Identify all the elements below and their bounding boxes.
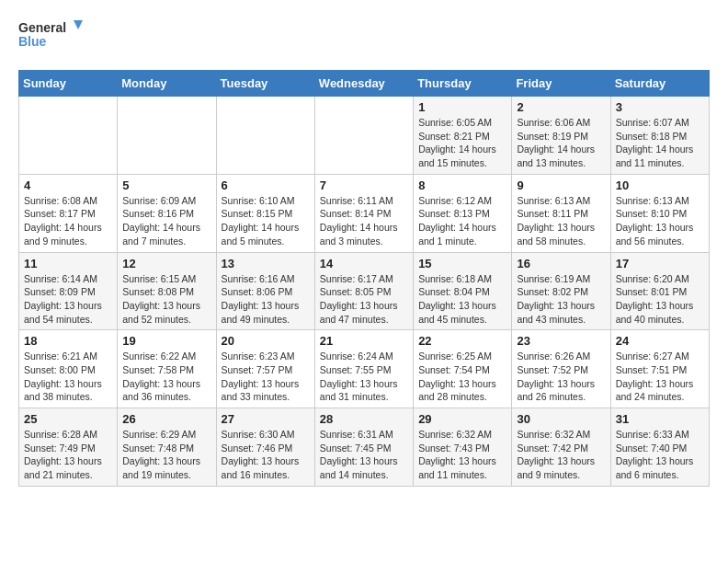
- day-info: Sunrise: 6:16 AM Sunset: 8:06 PM Dayligh…: [222, 272, 310, 327]
- logo: General Blue: [18, 18, 83, 55]
- day-number: 7: [320, 178, 408, 192]
- day-info: Sunrise: 6:31 AM Sunset: 7:45 PM Dayligh…: [320, 428, 408, 482]
- day-info: Sunrise: 6:30 AM Sunset: 7:46 PM Dayligh…: [222, 428, 310, 482]
- day-number: 29: [418, 412, 506, 426]
- day-number: 4: [24, 178, 112, 192]
- day-cell: [19, 97, 118, 175]
- day-cell: 3Sunrise: 6:07 AM Sunset: 8:18 PM Daylig…: [610, 97, 709, 175]
- col-header-thursday: Thursday: [414, 71, 512, 97]
- week-row-1: 1Sunrise: 6:05 AM Sunset: 8:21 PM Daylig…: [19, 97, 710, 175]
- day-cell: 16Sunrise: 6:19 AM Sunset: 8:02 PM Dayli…: [512, 252, 610, 330]
- day-number: 30: [517, 412, 605, 426]
- day-info: Sunrise: 6:25 AM Sunset: 7:54 PM Dayligh…: [418, 350, 506, 404]
- day-number: 14: [320, 257, 408, 270]
- week-row-4: 18Sunrise: 6:21 AM Sunset: 8:00 PM Dayli…: [19, 330, 710, 408]
- day-cell: 4Sunrise: 6:08 AM Sunset: 8:17 PM Daylig…: [19, 174, 118, 252]
- day-cell: [118, 97, 216, 175]
- day-info: Sunrise: 6:27 AM Sunset: 7:51 PM Dayligh…: [616, 350, 704, 404]
- day-info: Sunrise: 6:06 AM Sunset: 8:19 PM Dayligh…: [517, 116, 605, 170]
- day-cell: 28Sunrise: 6:31 AM Sunset: 7:45 PM Dayli…: [314, 408, 413, 487]
- logo-svg: General Blue: [18, 18, 83, 55]
- svg-text:Blue: Blue: [18, 34, 47, 49]
- col-header-friday: Friday: [512, 71, 610, 97]
- day-cell: 23Sunrise: 6:26 AM Sunset: 7:52 PM Dayli…: [512, 330, 610, 408]
- day-cell: 21Sunrise: 6:24 AM Sunset: 7:55 PM Dayli…: [314, 330, 413, 408]
- day-info: Sunrise: 6:26 AM Sunset: 7:52 PM Dayligh…: [517, 350, 605, 404]
- day-number: 18: [24, 334, 112, 348]
- header-row: SundayMondayTuesdayWednesdayThursdayFrid…: [19, 71, 710, 97]
- day-number: 31: [616, 412, 704, 426]
- day-number: 25: [24, 412, 112, 426]
- day-cell: [314, 97, 413, 175]
- day-info: Sunrise: 6:11 AM Sunset: 8:14 PM Dayligh…: [320, 194, 408, 248]
- day-info: Sunrise: 6:22 AM Sunset: 7:58 PM Dayligh…: [122, 350, 210, 404]
- day-number: 11: [24, 257, 112, 270]
- day-info: Sunrise: 6:29 AM Sunset: 7:48 PM Dayligh…: [122, 428, 210, 482]
- day-number: 22: [418, 334, 506, 348]
- day-info: Sunrise: 6:21 AM Sunset: 8:00 PM Dayligh…: [24, 350, 112, 404]
- day-info: Sunrise: 6:32 AM Sunset: 7:42 PM Dayligh…: [517, 428, 605, 482]
- day-info: Sunrise: 6:18 AM Sunset: 8:04 PM Dayligh…: [418, 272, 506, 327]
- day-cell: 24Sunrise: 6:27 AM Sunset: 7:51 PM Dayli…: [610, 330, 709, 408]
- day-number: 1: [418, 100, 506, 114]
- col-header-wednesday: Wednesday: [314, 71, 413, 97]
- day-cell: 22Sunrise: 6:25 AM Sunset: 7:54 PM Dayli…: [414, 330, 512, 408]
- day-cell: 11Sunrise: 6:14 AM Sunset: 8:09 PM Dayli…: [19, 252, 118, 330]
- day-info: Sunrise: 6:33 AM Sunset: 7:40 PM Dayligh…: [616, 428, 704, 482]
- col-header-tuesday: Tuesday: [216, 71, 314, 97]
- day-info: Sunrise: 6:14 AM Sunset: 8:09 PM Dayligh…: [24, 272, 112, 327]
- day-cell: 29Sunrise: 6:32 AM Sunset: 7:43 PM Dayli…: [414, 408, 512, 487]
- day-number: 2: [517, 100, 605, 114]
- day-number: 6: [222, 178, 310, 192]
- day-number: 26: [122, 412, 210, 426]
- day-number: 23: [517, 334, 605, 348]
- day-number: 27: [222, 412, 310, 426]
- calendar-table: SundayMondayTuesdayWednesdayThursdayFrid…: [18, 70, 710, 487]
- day-cell: 17Sunrise: 6:20 AM Sunset: 8:01 PM Dayli…: [610, 252, 709, 330]
- day-info: Sunrise: 6:28 AM Sunset: 7:49 PM Dayligh…: [24, 428, 112, 482]
- day-info: Sunrise: 6:09 AM Sunset: 8:16 PM Dayligh…: [122, 194, 210, 248]
- week-row-2: 4Sunrise: 6:08 AM Sunset: 8:17 PM Daylig…: [19, 174, 710, 252]
- day-number: 5: [122, 178, 210, 192]
- col-header-saturday: Saturday: [610, 71, 709, 97]
- day-cell: 27Sunrise: 6:30 AM Sunset: 7:46 PM Dayli…: [216, 408, 314, 487]
- day-number: 15: [418, 257, 506, 270]
- day-info: Sunrise: 6:15 AM Sunset: 8:08 PM Dayligh…: [122, 272, 210, 327]
- day-number: 28: [320, 412, 408, 426]
- week-row-5: 25Sunrise: 6:28 AM Sunset: 7:49 PM Dayli…: [19, 408, 710, 487]
- day-info: Sunrise: 6:07 AM Sunset: 8:18 PM Dayligh…: [616, 116, 704, 170]
- day-number: 12: [122, 257, 210, 270]
- day-cell: 2Sunrise: 6:06 AM Sunset: 8:19 PM Daylig…: [512, 97, 610, 175]
- day-number: 21: [320, 334, 408, 348]
- day-info: Sunrise: 6:05 AM Sunset: 8:21 PM Dayligh…: [418, 116, 506, 170]
- day-info: Sunrise: 6:12 AM Sunset: 8:13 PM Dayligh…: [418, 194, 506, 248]
- day-info: Sunrise: 6:19 AM Sunset: 8:02 PM Dayligh…: [517, 272, 605, 327]
- day-info: Sunrise: 6:13 AM Sunset: 8:11 PM Dayligh…: [517, 194, 605, 248]
- day-cell: 1Sunrise: 6:05 AM Sunset: 8:21 PM Daylig…: [414, 97, 512, 175]
- day-number: 24: [616, 334, 704, 348]
- day-number: 19: [122, 334, 210, 348]
- day-cell: 26Sunrise: 6:29 AM Sunset: 7:48 PM Dayli…: [118, 408, 216, 487]
- day-cell: 20Sunrise: 6:23 AM Sunset: 7:57 PM Dayli…: [216, 330, 314, 408]
- day-cell: 25Sunrise: 6:28 AM Sunset: 7:49 PM Dayli…: [19, 408, 118, 487]
- day-info: Sunrise: 6:23 AM Sunset: 7:57 PM Dayligh…: [222, 350, 310, 404]
- day-cell: 30Sunrise: 6:32 AM Sunset: 7:42 PM Dayli…: [512, 408, 610, 487]
- day-cell: 14Sunrise: 6:17 AM Sunset: 8:05 PM Dayli…: [314, 252, 413, 330]
- day-number: 9: [517, 178, 605, 192]
- day-info: Sunrise: 6:10 AM Sunset: 8:15 PM Dayligh…: [222, 194, 310, 248]
- day-cell: 5Sunrise: 6:09 AM Sunset: 8:16 PM Daylig…: [118, 174, 216, 252]
- day-cell: 7Sunrise: 6:11 AM Sunset: 8:14 PM Daylig…: [314, 174, 413, 252]
- day-info: Sunrise: 6:13 AM Sunset: 8:10 PM Dayligh…: [616, 194, 704, 248]
- day-cell: 10Sunrise: 6:13 AM Sunset: 8:10 PM Dayli…: [610, 174, 709, 252]
- col-header-sunday: Sunday: [19, 71, 118, 97]
- day-cell: 6Sunrise: 6:10 AM Sunset: 8:15 PM Daylig…: [216, 174, 314, 252]
- day-number: 8: [418, 178, 506, 192]
- day-number: 17: [616, 257, 704, 270]
- day-number: 13: [222, 257, 310, 270]
- day-info: Sunrise: 6:24 AM Sunset: 7:55 PM Dayligh…: [320, 350, 408, 404]
- day-cell: 31Sunrise: 6:33 AM Sunset: 7:40 PM Dayli…: [610, 408, 709, 487]
- day-cell: 18Sunrise: 6:21 AM Sunset: 8:00 PM Dayli…: [19, 330, 118, 408]
- header: General Blue: [18, 18, 710, 55]
- day-info: Sunrise: 6:32 AM Sunset: 7:43 PM Dayligh…: [418, 428, 506, 482]
- day-cell: 8Sunrise: 6:12 AM Sunset: 8:13 PM Daylig…: [414, 174, 512, 252]
